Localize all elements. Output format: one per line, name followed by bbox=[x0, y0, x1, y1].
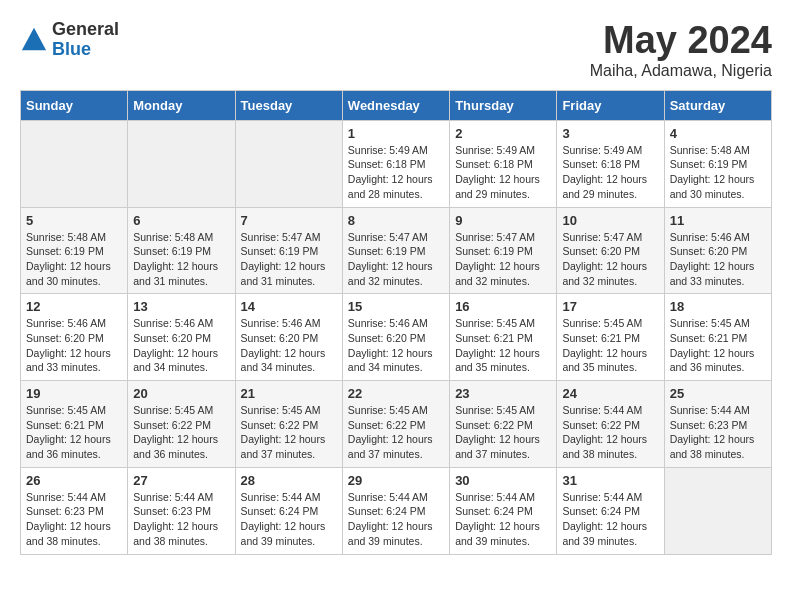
day-number: 7 bbox=[241, 213, 337, 228]
weekday-header-monday: Monday bbox=[128, 90, 235, 120]
day-info: Sunrise: 5:46 AM Sunset: 6:20 PM Dayligh… bbox=[670, 230, 766, 289]
day-number: 16 bbox=[455, 299, 551, 314]
day-number: 10 bbox=[562, 213, 658, 228]
day-info: Sunrise: 5:48 AM Sunset: 6:19 PM Dayligh… bbox=[133, 230, 229, 289]
logo-general-text: General bbox=[52, 20, 119, 40]
weekday-header-row: SundayMondayTuesdayWednesdayThursdayFrid… bbox=[21, 90, 772, 120]
logo-text: General Blue bbox=[52, 20, 119, 60]
day-info: Sunrise: 5:45 AM Sunset: 6:22 PM Dayligh… bbox=[241, 403, 337, 462]
weekday-header-saturday: Saturday bbox=[664, 90, 771, 120]
calendar-cell: 15Sunrise: 5:46 AM Sunset: 6:20 PM Dayli… bbox=[342, 294, 449, 381]
calendar-header: SundayMondayTuesdayWednesdayThursdayFrid… bbox=[21, 90, 772, 120]
day-info: Sunrise: 5:46 AM Sunset: 6:20 PM Dayligh… bbox=[133, 316, 229, 375]
day-number: 17 bbox=[562, 299, 658, 314]
calendar-cell: 14Sunrise: 5:46 AM Sunset: 6:20 PM Dayli… bbox=[235, 294, 342, 381]
day-number: 5 bbox=[26, 213, 122, 228]
day-number: 18 bbox=[670, 299, 766, 314]
day-number: 30 bbox=[455, 473, 551, 488]
page-header: General Blue May 2024 Maiha, Adamawa, Ni… bbox=[20, 20, 772, 80]
day-info: Sunrise: 5:47 AM Sunset: 6:19 PM Dayligh… bbox=[455, 230, 551, 289]
day-info: Sunrise: 5:44 AM Sunset: 6:24 PM Dayligh… bbox=[562, 490, 658, 549]
day-number: 9 bbox=[455, 213, 551, 228]
calendar-cell: 13Sunrise: 5:46 AM Sunset: 6:20 PM Dayli… bbox=[128, 294, 235, 381]
calendar-week-row: 5Sunrise: 5:48 AM Sunset: 6:19 PM Daylig… bbox=[21, 207, 772, 294]
day-info: Sunrise: 5:47 AM Sunset: 6:19 PM Dayligh… bbox=[348, 230, 444, 289]
day-number: 4 bbox=[670, 126, 766, 141]
weekday-header-friday: Friday bbox=[557, 90, 664, 120]
month-title: May 2024 bbox=[590, 20, 772, 62]
day-info: Sunrise: 5:44 AM Sunset: 6:24 PM Dayligh… bbox=[348, 490, 444, 549]
calendar-cell: 19Sunrise: 5:45 AM Sunset: 6:21 PM Dayli… bbox=[21, 381, 128, 468]
day-info: Sunrise: 5:44 AM Sunset: 6:24 PM Dayligh… bbox=[241, 490, 337, 549]
logo-icon bbox=[20, 26, 48, 54]
day-number: 2 bbox=[455, 126, 551, 141]
calendar-cell: 5Sunrise: 5:48 AM Sunset: 6:19 PM Daylig… bbox=[21, 207, 128, 294]
day-number: 27 bbox=[133, 473, 229, 488]
calendar-cell: 28Sunrise: 5:44 AM Sunset: 6:24 PM Dayli… bbox=[235, 467, 342, 554]
calendar-cell: 1Sunrise: 5:49 AM Sunset: 6:18 PM Daylig… bbox=[342, 120, 449, 207]
day-number: 21 bbox=[241, 386, 337, 401]
weekday-header-tuesday: Tuesday bbox=[235, 90, 342, 120]
day-number: 26 bbox=[26, 473, 122, 488]
calendar-week-row: 12Sunrise: 5:46 AM Sunset: 6:20 PM Dayli… bbox=[21, 294, 772, 381]
calendar-cell: 22Sunrise: 5:45 AM Sunset: 6:22 PM Dayli… bbox=[342, 381, 449, 468]
day-info: Sunrise: 5:44 AM Sunset: 6:23 PM Dayligh… bbox=[133, 490, 229, 549]
calendar-cell: 18Sunrise: 5:45 AM Sunset: 6:21 PM Dayli… bbox=[664, 294, 771, 381]
location: Maiha, Adamawa, Nigeria bbox=[590, 62, 772, 80]
logo-blue-text: Blue bbox=[52, 40, 119, 60]
calendar-cell: 24Sunrise: 5:44 AM Sunset: 6:22 PM Dayli… bbox=[557, 381, 664, 468]
day-number: 8 bbox=[348, 213, 444, 228]
day-info: Sunrise: 5:48 AM Sunset: 6:19 PM Dayligh… bbox=[670, 143, 766, 202]
day-info: Sunrise: 5:47 AM Sunset: 6:19 PM Dayligh… bbox=[241, 230, 337, 289]
calendar-week-row: 1Sunrise: 5:49 AM Sunset: 6:18 PM Daylig… bbox=[21, 120, 772, 207]
calendar-cell: 25Sunrise: 5:44 AM Sunset: 6:23 PM Dayli… bbox=[664, 381, 771, 468]
calendar-cell: 31Sunrise: 5:44 AM Sunset: 6:24 PM Dayli… bbox=[557, 467, 664, 554]
weekday-header-thursday: Thursday bbox=[450, 90, 557, 120]
calendar-cell: 23Sunrise: 5:45 AM Sunset: 6:22 PM Dayli… bbox=[450, 381, 557, 468]
day-info: Sunrise: 5:46 AM Sunset: 6:20 PM Dayligh… bbox=[348, 316, 444, 375]
day-info: Sunrise: 5:44 AM Sunset: 6:24 PM Dayligh… bbox=[455, 490, 551, 549]
calendar-week-row: 19Sunrise: 5:45 AM Sunset: 6:21 PM Dayli… bbox=[21, 381, 772, 468]
calendar-cell: 17Sunrise: 5:45 AM Sunset: 6:21 PM Dayli… bbox=[557, 294, 664, 381]
day-info: Sunrise: 5:45 AM Sunset: 6:21 PM Dayligh… bbox=[670, 316, 766, 375]
day-number: 6 bbox=[133, 213, 229, 228]
calendar-cell: 10Sunrise: 5:47 AM Sunset: 6:20 PM Dayli… bbox=[557, 207, 664, 294]
calendar-body: 1Sunrise: 5:49 AM Sunset: 6:18 PM Daylig… bbox=[21, 120, 772, 554]
day-number: 19 bbox=[26, 386, 122, 401]
calendar-cell: 20Sunrise: 5:45 AM Sunset: 6:22 PM Dayli… bbox=[128, 381, 235, 468]
day-number: 13 bbox=[133, 299, 229, 314]
calendar-cell: 6Sunrise: 5:48 AM Sunset: 6:19 PM Daylig… bbox=[128, 207, 235, 294]
svg-marker-0 bbox=[22, 28, 46, 50]
day-info: Sunrise: 5:47 AM Sunset: 6:20 PM Dayligh… bbox=[562, 230, 658, 289]
day-info: Sunrise: 5:45 AM Sunset: 6:22 PM Dayligh… bbox=[133, 403, 229, 462]
calendar-cell: 29Sunrise: 5:44 AM Sunset: 6:24 PM Dayli… bbox=[342, 467, 449, 554]
weekday-header-sunday: Sunday bbox=[21, 90, 128, 120]
calendar-table: SundayMondayTuesdayWednesdayThursdayFrid… bbox=[20, 90, 772, 555]
day-number: 29 bbox=[348, 473, 444, 488]
calendar-cell: 9Sunrise: 5:47 AM Sunset: 6:19 PM Daylig… bbox=[450, 207, 557, 294]
day-number: 24 bbox=[562, 386, 658, 401]
title-area: May 2024 Maiha, Adamawa, Nigeria bbox=[590, 20, 772, 80]
day-number: 14 bbox=[241, 299, 337, 314]
day-info: Sunrise: 5:44 AM Sunset: 6:23 PM Dayligh… bbox=[26, 490, 122, 549]
calendar-cell: 12Sunrise: 5:46 AM Sunset: 6:20 PM Dayli… bbox=[21, 294, 128, 381]
day-info: Sunrise: 5:49 AM Sunset: 6:18 PM Dayligh… bbox=[455, 143, 551, 202]
day-info: Sunrise: 5:45 AM Sunset: 6:22 PM Dayligh… bbox=[348, 403, 444, 462]
calendar-cell: 26Sunrise: 5:44 AM Sunset: 6:23 PM Dayli… bbox=[21, 467, 128, 554]
calendar-cell: 16Sunrise: 5:45 AM Sunset: 6:21 PM Dayli… bbox=[450, 294, 557, 381]
calendar-cell: 30Sunrise: 5:44 AM Sunset: 6:24 PM Dayli… bbox=[450, 467, 557, 554]
calendar-cell: 8Sunrise: 5:47 AM Sunset: 6:19 PM Daylig… bbox=[342, 207, 449, 294]
calendar-cell: 27Sunrise: 5:44 AM Sunset: 6:23 PM Dayli… bbox=[128, 467, 235, 554]
day-info: Sunrise: 5:49 AM Sunset: 6:18 PM Dayligh… bbox=[348, 143, 444, 202]
day-number: 11 bbox=[670, 213, 766, 228]
day-number: 23 bbox=[455, 386, 551, 401]
day-number: 25 bbox=[670, 386, 766, 401]
day-number: 22 bbox=[348, 386, 444, 401]
calendar-cell bbox=[235, 120, 342, 207]
day-info: Sunrise: 5:48 AM Sunset: 6:19 PM Dayligh… bbox=[26, 230, 122, 289]
day-info: Sunrise: 5:44 AM Sunset: 6:22 PM Dayligh… bbox=[562, 403, 658, 462]
weekday-header-wednesday: Wednesday bbox=[342, 90, 449, 120]
day-info: Sunrise: 5:49 AM Sunset: 6:18 PM Dayligh… bbox=[562, 143, 658, 202]
calendar-cell: 21Sunrise: 5:45 AM Sunset: 6:22 PM Dayli… bbox=[235, 381, 342, 468]
calendar-cell bbox=[664, 467, 771, 554]
